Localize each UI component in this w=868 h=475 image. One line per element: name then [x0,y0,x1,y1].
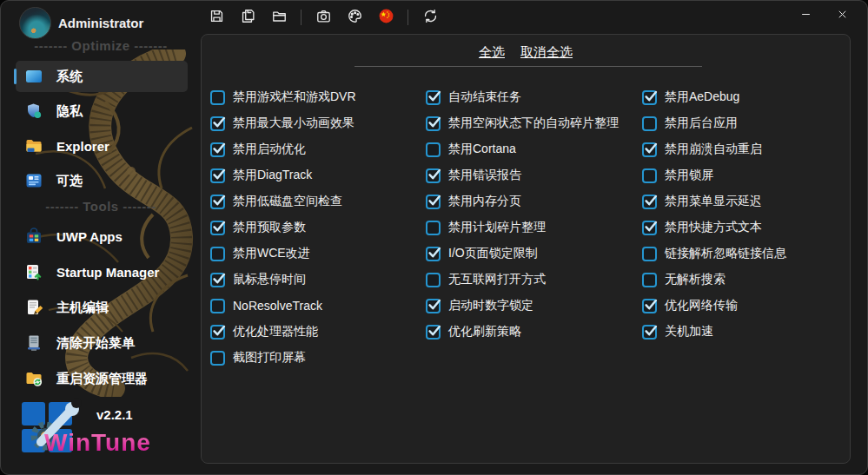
checkbox-item[interactable]: 禁用内存分页 [426,188,639,214]
checkbox-item[interactable]: 禁用快捷方式文本 [642,214,856,241]
refresh-button[interactable] [420,7,441,28]
sidebar-item-clear-start-menu[interactable]: 清除开始菜单 [1,325,201,360]
checkbox-item[interactable]: 优化处理器性能 [210,319,424,345]
checkbox-checked[interactable] [642,142,657,157]
checkbox-checked[interactable] [426,90,441,105]
deselect-all-link[interactable]: 取消全选 [520,44,573,61]
save-button[interactable] [206,7,227,28]
checkbox-item[interactable]: 禁用DiagTrack [210,162,424,188]
checkbox-unchecked[interactable] [210,247,225,261]
checkbox-item[interactable]: 截图打印屏幕 [210,345,424,371]
checkbox-checked[interactable] [426,116,441,131]
checkbox-item[interactable]: 优化刷新策略 [426,319,639,345]
checkbox-label: 禁用最大最小动画效果 [233,115,354,131]
checkbox-checked[interactable] [426,195,441,209]
checkbox-item[interactable]: 禁用空闲状态下的自动碎片整理 [426,110,639,136]
checkbox-checked[interactable] [210,116,225,131]
section-label-tools: ------- Tools ------- [1,198,201,215]
checkbox-item[interactable]: 禁用WCE改进 [210,241,424,267]
checkbox-unchecked[interactable] [210,299,225,313]
checkbox-item[interactable]: 禁用低磁盘空间检查 [210,188,424,214]
checkbox-item[interactable]: 无解析搜索 [642,267,856,293]
checkbox-item[interactable]: 禁用游戏栏和游戏DVR [210,84,424,110]
save-copy-icon [240,8,256,27]
theme-palette-button[interactable] [344,7,365,28]
save-copy-button[interactable] [237,7,258,28]
minimize-button[interactable] [787,3,824,29]
sidebar-item-label: 重启资源管理器 [56,370,148,386]
checkbox-checked[interactable] [642,325,657,340]
checkbox-label: 禁用AeDebug [665,89,739,105]
checkbox-label: 禁用Cortana [448,142,516,157]
checkbox-checked[interactable] [426,247,441,261]
sidebar-item-restart-explorer[interactable]: 重启资源管理器 [1,360,201,396]
open-folder-button[interactable] [268,7,289,28]
checkbox-item[interactable]: 关机加速 [642,319,856,345]
checkbox-label: 无互联网打开方式 [448,272,546,287]
refresh-icon [422,8,439,27]
checkbox-checked[interactable] [426,168,441,183]
select-all-link[interactable]: 全选 [479,44,505,61]
checkbox-item[interactable]: 禁用启动优化 [210,136,424,162]
checkbox-item[interactable]: 自动结束任务 [426,84,639,110]
checkbox-checked[interactable] [210,273,225,287]
close-button[interactable] [824,3,860,29]
checkbox-unchecked[interactable] [642,273,657,287]
sidebar-item-optional[interactable]: 可选 [1,163,201,198]
sidebar-item-explorer[interactable]: Explorer [1,129,201,163]
checkbox-unchecked[interactable] [426,273,441,287]
sidebar-item-privacy[interactable]: 隐私 [1,94,201,129]
checkbox-unchecked[interactable] [426,221,441,235]
checkbox-label: NoResolveTrack [233,299,322,313]
checkbox-item[interactable]: 禁用AeDebug [642,84,856,110]
wintune-window: Administrator [0,0,868,475]
checkbox-unchecked[interactable] [642,116,657,131]
checkbox-item[interactable]: 链接解析忽略链接信息 [642,241,856,267]
checkbox-checked[interactable] [642,221,657,235]
checkbox-item[interactable]: 禁用后台应用 [642,110,856,136]
checkbox-checked[interactable] [210,221,225,235]
checkbox-item[interactable]: 禁用预取参数 [210,214,424,241]
checkbox-item[interactable]: 启动时数字锁定 [426,293,639,319]
title-bar: Administrator [1,1,867,32]
checkbox-item[interactable]: 优化网络传输 [642,293,856,319]
language-china-button[interactable] [375,7,396,28]
checkbox-label: 禁用低磁盘空间检查 [233,194,342,209]
checkbox-unchecked[interactable] [210,90,225,105]
checkbox-item[interactable]: 鼠标悬停时间 [210,267,424,293]
sidebar-item-uwp-apps[interactable]: UWP Apps [1,218,201,254]
window-controls [787,3,860,29]
checkbox-unchecked[interactable] [426,142,441,157]
screenshot-button[interactable] [313,7,334,28]
sidebar-item-hosts-edit[interactable]: 主机编辑 [1,289,201,325]
checkbox-checked[interactable] [642,195,657,209]
checkbox-checked[interactable] [210,195,225,209]
checkbox-checked[interactable] [642,299,657,313]
checkbox-label: 禁用计划碎片整理 [448,220,546,235]
checkbox-item[interactable]: 禁用最大最小动画效果 [210,110,424,136]
checkbox-item[interactable]: 禁用Cortana [426,136,639,162]
sidebar-item-startup-manager[interactable]: Startup Manager [1,254,201,289]
checkbox-item[interactable]: 禁用锁屏 [642,162,856,188]
checkbox-item[interactable]: NoResolveTrack [210,293,424,319]
checkbox-checked[interactable] [210,325,225,340]
checkbox-checked[interactable] [426,325,441,340]
checkbox-checked[interactable] [426,299,441,313]
checkbox-label: 禁用崩溃自动重启 [665,142,762,157]
checkbox-unchecked[interactable] [642,247,657,261]
checkbox-label: 截图打印屏幕 [233,350,306,366]
checkbox-item[interactable]: 无互联网打开方式 [426,267,639,293]
sidebar-item-system[interactable]: 系统 [1,59,201,94]
checkbox-label: 启动时数字锁定 [448,298,533,313]
checkbox-item[interactable]: I/O页面锁定限制 [426,241,639,267]
checkbox-checked[interactable] [210,168,225,183]
checkbox-item[interactable]: 禁用菜单显示延迟 [642,188,856,214]
checkbox-item[interactable]: 禁用计划碎片整理 [426,214,639,241]
checkbox-checked[interactable] [642,90,657,105]
checkbox-item[interactable]: 禁用错误报告 [426,162,639,188]
checkbox-unchecked[interactable] [642,168,657,183]
checkbox-item[interactable]: 禁用崩溃自动重启 [642,136,856,162]
checkbox-unchecked[interactable] [210,351,225,366]
checkbox-label: 禁用游戏栏和游戏DVR [233,89,356,105]
checkbox-checked[interactable] [210,142,225,157]
